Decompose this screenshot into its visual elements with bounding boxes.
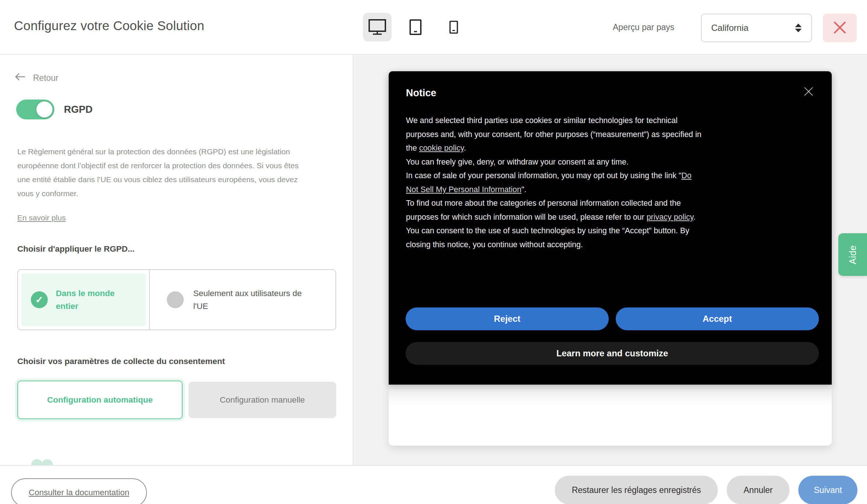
learn-more-customize-button[interactable]: Learn more and customize <box>406 342 819 365</box>
device-tablet-button[interactable] <box>401 13 430 42</box>
apply-option-label: Seulement aux utilisateurs de l'UE <box>193 287 318 313</box>
notice-text: . <box>693 213 695 222</box>
panel-divider <box>353 0 353 465</box>
apply-option-eu-only[interactable]: Seulement aux utilisateurs de l'UE <box>150 270 335 330</box>
arrow-left-icon <box>14 72 26 83</box>
footer: Consulter la documentation Restaurer les… <box>0 465 867 504</box>
notice-link[interactable]: privacy policy <box>647 213 693 222</box>
notice-text: In case of sale of your personal informa… <box>406 171 681 180</box>
notice-body: We and selected third parties use cookie… <box>406 114 704 252</box>
notice-title: Notice <box>406 87 436 99</box>
back-label: Retour <box>33 73 58 83</box>
device-preview-switcher <box>363 13 468 42</box>
radio-circle-icon <box>167 291 184 308</box>
help-tab-label: Aide <box>847 245 858 264</box>
apply-option-worldwide[interactable]: ✓ Dans le monde entier <box>18 270 150 330</box>
next-button[interactable]: Suivant <box>798 476 857 504</box>
device-mobile-button[interactable] <box>439 13 468 42</box>
page-title: Configurez votre Cookie Solution <box>14 18 204 33</box>
decorative-heart-shape <box>31 459 53 465</box>
cookie-notice-dialog: Notice We and selected third parties use… <box>389 71 832 385</box>
apply-option-label: Dans le monde entier <box>56 287 133 313</box>
cancel-button[interactable]: Annuler <box>727 476 789 504</box>
apply-options-group: ✓ Dans le monde entier Seulement aux uti… <box>17 269 336 330</box>
notice-close-icon <box>804 92 813 97</box>
rgpd-toggle-label: RGPD <box>64 104 93 115</box>
config-automatic-button[interactable]: Configuration automatique <box>17 381 183 419</box>
close-button[interactable] <box>823 14 857 42</box>
toggle-knob <box>36 101 53 118</box>
notice-text: You can consent to the use of such techn… <box>406 226 689 249</box>
apply-heading: Choisir d'appliquer le RGPD... <box>17 244 134 254</box>
apply-option-worldwide-inner: ✓ Dans le monde entier <box>21 273 146 326</box>
notice-close-button[interactable] <box>804 87 813 96</box>
rgpd-toggle[interactable] <box>16 100 54 119</box>
notice-link[interactable]: cookie policy <box>419 144 464 152</box>
desktop-icon <box>368 19 386 36</box>
rgpd-description: Le Règlement général sur la protection d… <box>17 145 311 201</box>
accept-button[interactable]: Accept <box>616 307 819 330</box>
check-circle-icon: ✓ <box>31 291 48 308</box>
reject-button[interactable]: Reject <box>406 307 609 330</box>
smartphone-icon <box>449 21 458 34</box>
tablet-icon <box>409 19 422 35</box>
settings-panel: Retour RGPD Le Règlement général sur la … <box>0 55 352 465</box>
notice-text: ". <box>521 185 526 194</box>
restore-settings-button[interactable]: Restaurer les réglages enregistrés <box>555 476 718 504</box>
consent-heading: Choisir vos paramètres de collecte du co… <box>17 357 225 366</box>
preview-by-country-label: Aperçu par pays <box>613 22 674 32</box>
back-link[interactable]: Retour <box>14 72 58 83</box>
header: Configurez votre Cookie Solution <box>0 0 867 55</box>
rgpd-toggle-row: RGPD <box>16 100 93 119</box>
unfold-icon <box>795 24 802 32</box>
help-tab[interactable]: Aide <box>838 233 867 276</box>
notice-text: . <box>464 144 466 152</box>
notice-text: To find out more about the categories of… <box>406 199 681 222</box>
device-desktop-button[interactable] <box>363 13 392 42</box>
country-select[interactable]: California <box>701 14 812 42</box>
close-icon <box>833 21 847 36</box>
country-select-value: California <box>711 23 748 33</box>
config-manual-button[interactable]: Configuration manuelle <box>188 382 336 418</box>
footer-actions: Restaurer les réglages enregistrés Annul… <box>555 476 857 504</box>
documentation-button[interactable]: Consulter la documentation <box>11 478 147 504</box>
configurator-window: Configurez votre Cookie Solution <box>0 0 867 504</box>
learn-more-link[interactable]: En savoir plus <box>17 213 66 222</box>
notice-text: You can freely give, deny, or withdraw y… <box>406 158 629 166</box>
preview-panel: Notice We and selected third parties use… <box>353 55 867 465</box>
